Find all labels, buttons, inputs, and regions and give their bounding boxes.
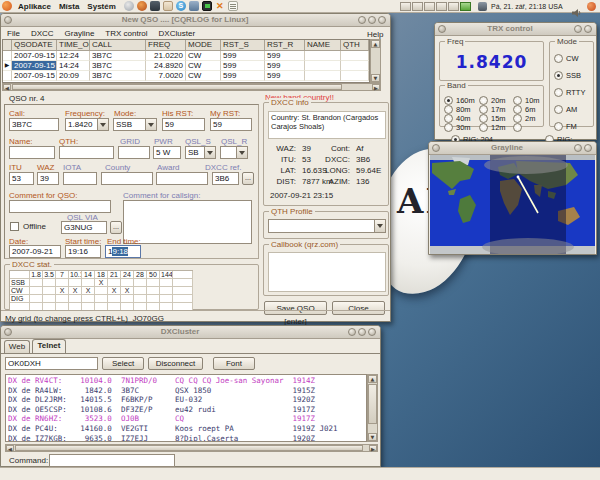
name-input[interactable]: [9, 146, 55, 159]
menu-help[interactable]: Help: [367, 31, 383, 39]
mode-combo[interactable]: SSB: [113, 118, 157, 131]
pwr-input[interactable]: 5 W: [153, 146, 181, 159]
skype-icon[interactable]: S: [176, 1, 186, 11]
quit-icon[interactable]: [587, 2, 596, 11]
clock-applet[interactable]: Pá, 21. zář, 21:18 USA: [491, 3, 563, 10]
firefox-icon[interactable]: [137, 1, 147, 11]
window-menu-icon[interactable]: [4, 16, 12, 24]
minimize-button[interactable]: [348, 328, 356, 336]
dxcc-ref-input[interactable]: 3B6: [212, 172, 239, 185]
command-input[interactable]: [49, 454, 175, 467]
mode-ssb-radio[interactable]: SSB: [554, 65, 581, 83]
spot-line[interactable]: DX de PC4U: 14160.0 VE2GTI Koos roept PA…: [8, 424, 364, 434]
table-row-selected[interactable]: ▶ 2007-09-15 14:24 3B7C 24.8920 CW 599 5…: [3, 61, 369, 71]
qth-input[interactable]: [59, 146, 114, 159]
award-input[interactable]: [156, 172, 208, 185]
end-time-input[interactable]: 19:18: [105, 245, 141, 258]
frequency-combo[interactable]: 1.8420: [65, 118, 109, 131]
qsl-r-combo[interactable]: [220, 146, 248, 159]
scroll-left-icon[interactable]: ◀: [3, 84, 11, 90]
chevron-down-icon[interactable]: [97, 119, 108, 130]
window-menu-icon[interactable]: [438, 25, 446, 33]
scroll-thumb[interactable]: [368, 384, 377, 424]
my-rst-input[interactable]: 59: [210, 118, 252, 131]
spot-line[interactable]: DX de DL2JRM: 14015.5 F6BKP/P EU-032 192…: [8, 395, 364, 405]
close-button[interactable]: [378, 16, 386, 24]
trx-titlebar[interactable]: TRX control: [435, 23, 596, 36]
scroll-up-icon[interactable]: ▲: [371, 40, 380, 48]
maximize-button[interactable]: [358, 328, 366, 336]
help-browser-icon[interactable]: [124, 1, 134, 11]
chevron-down-icon[interactable]: [204, 147, 215, 158]
mode-am-radio[interactable]: AM: [554, 99, 577, 117]
window-menu-icon[interactable]: [4, 328, 12, 336]
volume-icon[interactable]: [572, 3, 581, 21]
disconnect-button[interactable]: Disconnect: [148, 357, 203, 370]
window-menu-icon[interactable]: [432, 144, 440, 152]
main-window-titlebar[interactable]: New QSO .... [CQRLOG for Linux]: [1, 14, 390, 27]
minimize-button[interactable]: [574, 25, 582, 33]
close-button[interactable]: [584, 25, 592, 33]
mode-rtty-radio[interactable]: RTTY: [554, 82, 585, 100]
menu-system[interactable]: Systém: [87, 2, 115, 11]
select-button[interactable]: Select: [102, 357, 144, 370]
date-input[interactable]: 2007-09-21: [9, 245, 61, 258]
table-row[interactable]: 2007-09-15 20:09 3B7C 7.0020 CW 599 599: [3, 71, 369, 81]
grayline-titlebar[interactable]: Grayline: [429, 142, 596, 155]
scroll-down-icon[interactable]: ▼: [371, 74, 380, 82]
email-icon[interactable]: [163, 1, 173, 11]
menu-grayline[interactable]: Grayline: [65, 29, 95, 38]
waz-input[interactable]: 39: [37, 172, 59, 185]
close-button[interactable]: [584, 144, 592, 152]
menu-file[interactable]: File: [7, 29, 20, 38]
media-player-icon[interactable]: [150, 1, 160, 11]
itu-input[interactable]: 53: [9, 172, 34, 185]
spot-hscrollbar[interactable]: ◀ ▶: [5, 444, 378, 452]
chevron-down-icon[interactable]: [236, 147, 247, 158]
his-rst-input[interactable]: 59: [162, 118, 205, 131]
spot-line[interactable]: DX de IZ7KGB: 9635.0 IZ7EJJ 8?Dipl.Caser…: [8, 434, 364, 442]
dxcc-ref-browse-button[interactable]: ...: [242, 172, 254, 185]
menu-trx-control[interactable]: TRX control: [105, 29, 147, 38]
cluster-host-input[interactable]: OK0DXH: [5, 357, 98, 370]
mode-cw-radio[interactable]: CW: [554, 48, 579, 66]
comment-qso-input[interactable]: [9, 200, 111, 213]
menu-places[interactable]: Místa: [59, 2, 79, 11]
iota-input[interactable]: [63, 172, 97, 185]
county-input[interactable]: [101, 172, 153, 185]
workspace-app-icon[interactable]: [189, 1, 199, 11]
comment-callsign-textarea[interactable]: [123, 200, 252, 244]
font-button[interactable]: Font: [213, 357, 255, 370]
call-input[interactable]: 3B7C: [9, 118, 59, 131]
chevron-down-icon[interactable]: [374, 220, 385, 232]
minimize-button[interactable]: [358, 16, 366, 24]
spot-line[interactable]: DX de OE5CSP: 10108.6 DF3ZE/P eu42 rudi …: [8, 405, 364, 415]
start-time-input[interactable]: 19:16: [65, 245, 101, 258]
scroll-right-icon[interactable]: ▶: [369, 445, 377, 451]
minimize-button[interactable]: [574, 144, 582, 152]
scroll-thumb[interactable]: [12, 84, 342, 90]
grid-input[interactable]: [118, 146, 150, 159]
menu-dxcluster[interactable]: DXCluster: [159, 29, 195, 38]
tray-icon[interactable]: [478, 2, 487, 11]
cut-icon[interactable]: ✕: [215, 1, 225, 11]
tab-web[interactable]: Web: [4, 340, 30, 353]
qsl-s-combo[interactable]: SB: [185, 146, 216, 159]
spot-line[interactable]: DX de RV4CT: 10104.0 7N1PRD/0 CQ CQ CQ J…: [8, 376, 364, 386]
qth-profile-combo[interactable]: [268, 219, 386, 233]
close-button[interactable]: [368, 328, 376, 336]
spot-vscrollbar[interactable]: ▲ ▼: [367, 374, 378, 442]
tab-telnet[interactable]: Telnet: [32, 339, 66, 353]
maximize-button[interactable]: [368, 16, 376, 24]
scroll-left-icon[interactable]: ◀: [6, 445, 14, 451]
scroll-thumb[interactable]: [15, 445, 363, 451]
spot-line[interactable]: DX de RA4LW: 1842.0 3B7C QSX 1850 1915Z: [8, 386, 364, 396]
table-row[interactable]: 2007-09-15 12:24 3B7C 21.0220 CW 599 599: [3, 51, 369, 61]
qsl-via-input[interactable]: G3NUG: [61, 221, 107, 234]
scroll-down-icon[interactable]: ▼: [368, 433, 377, 441]
log-table-vscrollbar[interactable]: ▲ ▼: [370, 39, 381, 83]
menu-applications[interactable]: Aplikace: [18, 2, 51, 11]
spot-list[interactable]: DX de RV4CT: 10104.0 7N1PRD/0 CQ CQ CQ J…: [5, 374, 367, 442]
chevron-down-icon[interactable]: [145, 119, 156, 130]
offline-checkbox[interactable]: [10, 222, 19, 231]
